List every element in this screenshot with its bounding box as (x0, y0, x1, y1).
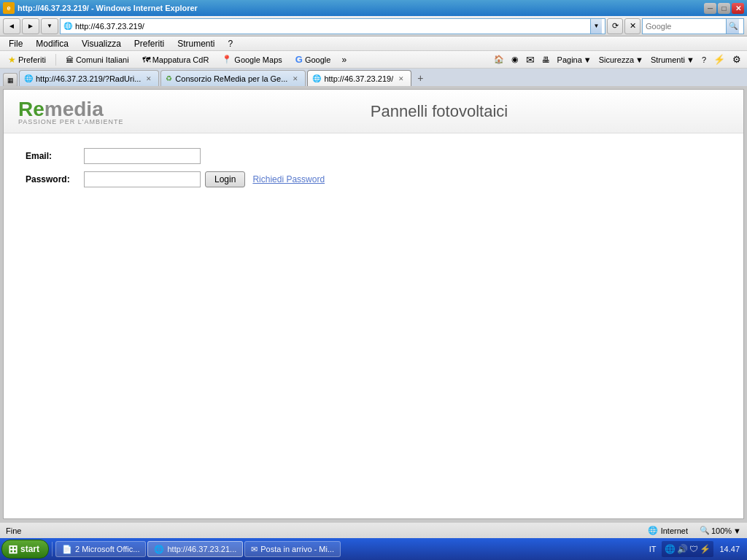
fav-more-button[interactable]: » (338, 55, 349, 65)
page-header: Remedia PASSIONE PER L'AMBIENTE Pannelli… (4, 90, 743, 133)
back-button[interactable]: ◄ (3, 18, 20, 34)
tab-group-button[interactable]: ▦ (3, 73, 18, 86)
fav-mappatura[interactable]: 🗺 Mappatura CdR (137, 52, 214, 67)
forgot-password-link[interactable]: Richiedi Password (252, 174, 325, 184)
compat-btn[interactable]: ⚡ (711, 52, 728, 67)
password-input[interactable] (84, 171, 201, 187)
tab-1-favicon: ♻ (166, 74, 172, 82)
close-button[interactable]: ✕ (732, 3, 744, 14)
fav-google[interactable]: G Google (290, 52, 336, 67)
tab-2-close[interactable]: ✕ (396, 74, 406, 84)
search-button[interactable]: 🔍 (726, 19, 739, 34)
page-menu-label: Pagina (557, 55, 582, 64)
fav-comuni[interactable]: 🏛 Comuni Italiani (61, 52, 134, 67)
favorites-bar: ★ Preferiti 🏛 Comuni Italiani 🗺 Mappatur… (0, 51, 747, 69)
mail-button[interactable]: ✉ (523, 52, 538, 67)
dropdown-button[interactable]: ▼ (41, 18, 58, 34)
password-row: Password: Login Richiedi Password (26, 171, 721, 187)
logo-subtitle: PASSIONE PER L'AMBIENTE (18, 118, 150, 125)
minimize-button[interactable]: ─ (704, 3, 716, 14)
ie-taskbar-icon: 🌐 (154, 545, 164, 554)
tab-0-close[interactable]: ✕ (144, 74, 154, 84)
tab-2[interactable]: 🌐 http://46.37.23.219/ ✕ (307, 70, 411, 86)
stop-button[interactable]: ✕ (624, 18, 640, 34)
email-input[interactable] (84, 148, 201, 164)
browser-content: Remedia PASSIONE PER L'AMBIENTE Pannelli… (3, 89, 744, 519)
fav-gmaps[interactable]: 📍 Google Maps (217, 52, 287, 67)
taskbar-office-btn[interactable]: 📄 2 Microsoft Offic... (55, 541, 146, 557)
page-menu-arrow: ▼ (584, 55, 592, 64)
extra-btn[interactable]: ⚙ (729, 52, 744, 67)
new-tab-button[interactable]: + (413, 70, 427, 86)
fav-mappatura-label: Mappatura CdR (152, 55, 209, 64)
tab-0-favicon: 🌐 (24, 74, 33, 82)
locale-indicator: IT (646, 545, 659, 553)
office-label: 2 Microsoft Offic... (75, 545, 139, 553)
menu-help[interactable]: ? (222, 37, 239, 50)
tab-0-label: http://46.37.23.219/?RadUri... (36, 74, 141, 83)
zoom-icon: 🔍 (700, 526, 710, 535)
start-button[interactable]: ⊞ start (1, 540, 49, 559)
tab-1[interactable]: ♻ Consorzio ReMedia per la Ge... ✕ (160, 70, 306, 86)
page-menu[interactable]: Pagina ▼ (554, 52, 595, 67)
office-icon: 📄 (62, 545, 72, 554)
page-body: Email: Password: Login Richiedi Password (4, 133, 743, 425)
ie-taskbar-label: http://46.37.23.21... (167, 545, 236, 553)
status-bar: Fine 🌐 Internet 🔍 100% ▼ (0, 522, 747, 538)
fav-comuni-label: Comuni Italiani (76, 55, 129, 64)
tools-menu[interactable]: Strumenti ▼ (648, 52, 697, 67)
menu-preferiti[interactable]: Preferiti (128, 37, 170, 50)
print-button[interactable]: 🖶 (539, 52, 553, 67)
tabs-row: ▦ 🌐 http://46.37.23.219/?RadUri... ✕ ♻ C… (0, 69, 747, 86)
menu-bar: File Modifica Visualizza Preferiti Strum… (0, 36, 747, 51)
address-field[interactable]: 🌐 http://46.37.23.219/ ▼ (60, 18, 605, 34)
login-form: Email: Password: Login Richiedi Password (4, 133, 743, 209)
window-controls: ─ □ ✕ (704, 3, 744, 14)
favorites-label[interactable]: ★ Preferiti (3, 52, 51, 67)
star-icon: ★ (8, 55, 16, 65)
content-area: Remedia PASSIONE PER L'AMBIENTE Pannelli… (0, 86, 747, 522)
menu-visualizza[interactable]: Visualizza (76, 37, 127, 50)
maximize-button[interactable]: □ (718, 3, 730, 14)
zoom-level: 100% (711, 526, 732, 535)
home-button[interactable]: 🏠 (491, 52, 507, 67)
tab-1-close[interactable]: ✕ (290, 74, 301, 84)
address-bar-row: ◄ ► ▼ 🌐 http://46.37.23.219/ ▼ ⟳ ✕ 🔍 (0, 16, 747, 36)
tools-label: Strumenti (651, 55, 685, 64)
fav-google-label: Google (305, 55, 330, 64)
start-label: start (20, 544, 39, 554)
windows-logo: ⊞ (8, 542, 18, 556)
taskbar-mail-btn[interactable]: ✉ Posta in arrivo - Mi... (244, 541, 341, 557)
menu-modifica[interactable]: Modifica (30, 37, 74, 50)
search-box[interactable]: 🔍 (642, 18, 744, 34)
security-menu[interactable]: Sicurezza ▼ (596, 52, 646, 67)
title-bar: e http://46.37.23.219/ - Windows Interne… (0, 0, 747, 16)
taskbar-separator-1 (52, 542, 53, 556)
email-label: Email: (26, 151, 84, 161)
feed-button[interactable]: ◉ (508, 52, 522, 67)
logo-media: media (44, 98, 104, 120)
help-btn[interactable]: ? (699, 52, 709, 67)
taskbar: ⊞ start 📄 2 Microsoft Offic... 🌐 http://… (0, 538, 747, 560)
security-tray-icon: 🛡 (689, 544, 698, 554)
search-input[interactable] (646, 22, 726, 31)
taskbar-ie-btn[interactable]: 🌐 http://46.37.23.21... (147, 541, 243, 557)
logo-area: Remedia PASSIONE PER L'AMBIENTE (18, 98, 150, 125)
login-button[interactable]: Login (205, 171, 245, 187)
fav-gmaps-label: Google Maps (234, 55, 282, 64)
forward-button[interactable]: ► (22, 18, 39, 34)
logo-re: Re (18, 98, 44, 120)
menu-strumenti[interactable]: Strumenti (171, 37, 220, 50)
nav-toolbar: ⟳ ✕ (607, 18, 640, 34)
tab-2-favicon: 🌐 (312, 74, 321, 82)
zone-icon: 🌐 (648, 526, 658, 535)
address-dropdown[interactable]: ▼ (590, 19, 602, 34)
menu-file[interactable]: File (3, 37, 28, 50)
email-row: Email: (26, 148, 721, 164)
tab-0[interactable]: 🌐 http://46.37.23.219/?RadUri... ✕ (19, 70, 159, 86)
zoom-control[interactable]: 🔍 100% ▼ (697, 526, 744, 535)
security-label: Sicurezza (599, 55, 634, 64)
page-tools: 🏠 ◉ ✉ 🖶 Pagina ▼ Sicurezza ▼ Strumenti ▼… (491, 52, 744, 67)
refresh-button[interactable]: ⟳ (607, 18, 623, 34)
ie-icon: e (3, 2, 15, 14)
